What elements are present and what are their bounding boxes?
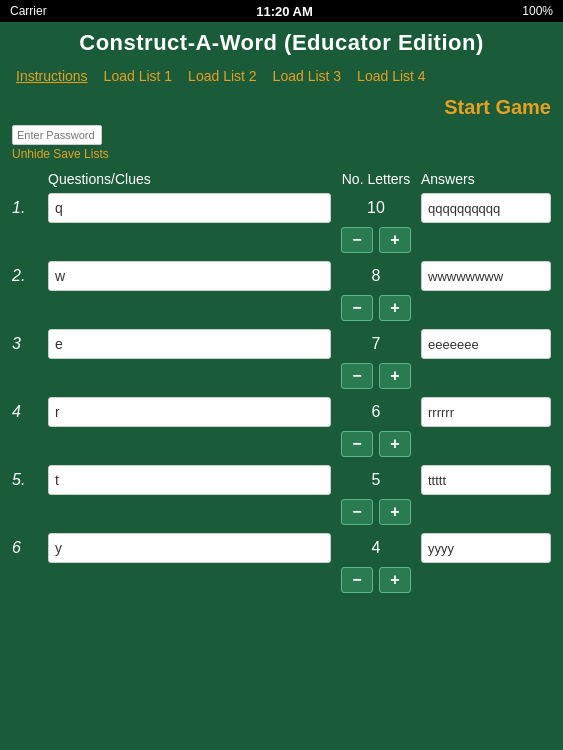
status-bar: Carrier 11:20 AM 100% (0, 0, 563, 22)
question-input-2[interactable] (48, 261, 331, 291)
plus-button-3[interactable]: + (379, 363, 411, 389)
plus-button-2[interactable]: + (379, 295, 411, 321)
nav-tab-load-list-3[interactable]: Load List 3 (265, 64, 350, 88)
minus-button-3[interactable]: − (341, 363, 373, 389)
letters-count-6: 4 (331, 539, 421, 557)
letters-count-3: 7 (331, 335, 421, 353)
question-input-4[interactable] (48, 397, 331, 427)
row-number-2: 2. (12, 267, 48, 285)
answer-input-3[interactable] (421, 329, 551, 359)
answer-input-2[interactable] (421, 261, 551, 291)
questions-header: Questions/Clues (48, 171, 331, 187)
question-row-5: 5.5 (12, 465, 551, 495)
letters-count-2: 8 (331, 267, 421, 285)
answer-input-6[interactable] (421, 533, 551, 563)
top-action-row: Start Game (0, 94, 563, 123)
minus-button-6[interactable]: − (341, 567, 373, 593)
carrier-label: Carrier (10, 4, 47, 18)
plus-button-1[interactable]: + (379, 227, 411, 253)
controls-row-3: −+ (12, 363, 551, 389)
letters-count-5: 5 (331, 471, 421, 489)
question-input-1[interactable] (48, 193, 331, 223)
nav-tab-load-list-4[interactable]: Load List 4 (349, 64, 434, 88)
letters-count-4: 6 (331, 403, 421, 421)
minus-button-5[interactable]: − (341, 499, 373, 525)
question-input-5[interactable] (48, 465, 331, 495)
minus-button-2[interactable]: − (341, 295, 373, 321)
start-game-button[interactable]: Start Game (444, 96, 551, 119)
controls-row-4: −+ (12, 431, 551, 457)
row-number-3: 3 (12, 335, 48, 353)
plus-button-6[interactable]: + (379, 567, 411, 593)
row-number-4: 4 (12, 403, 48, 421)
row-number-1: 1. (12, 199, 48, 217)
controls-row-2: −+ (12, 295, 551, 321)
minus-button-1[interactable]: − (341, 227, 373, 253)
answer-input-1[interactable] (421, 193, 551, 223)
question-row-2: 2.8 (12, 261, 551, 291)
controls-row-5: −+ (12, 499, 551, 525)
password-input[interactable] (12, 125, 102, 145)
answer-input-5[interactable] (421, 465, 551, 495)
password-row (0, 123, 563, 145)
app-title: Construct-A-Word (Educator Edition) (0, 22, 563, 62)
plus-button-4[interactable]: + (379, 431, 411, 457)
unhide-save-lists-link[interactable]: Unhide Save Lists (0, 145, 563, 167)
controls-row-1: −+ (12, 227, 551, 253)
plus-button-5[interactable]: + (379, 499, 411, 525)
question-row-1: 1.10 (12, 193, 551, 223)
question-section: 1.10−+2.8−+37−+46−+5.5−+64−+ (0, 193, 563, 593)
nav-tab-load-list-2[interactable]: Load List 2 (180, 64, 265, 88)
letters-count-1: 10 (331, 199, 421, 217)
minus-button-4[interactable]: − (341, 431, 373, 457)
question-input-6[interactable] (48, 533, 331, 563)
nav-tab-load-list-1[interactable]: Load List 1 (96, 64, 181, 88)
answers-header: Answers (421, 171, 551, 187)
answer-input-4[interactable] (421, 397, 551, 427)
row-number-5: 5. (12, 471, 48, 489)
question-input-3[interactable] (48, 329, 331, 359)
column-headers: Questions/Clues No. Letters Answers (0, 167, 563, 193)
battery-label: 100% (522, 4, 553, 18)
question-row-6: 64 (12, 533, 551, 563)
question-row-4: 46 (12, 397, 551, 427)
nav-tab-instructions[interactable]: Instructions (8, 64, 96, 88)
controls-row-6: −+ (12, 567, 551, 593)
row-number-6: 6 (12, 539, 48, 557)
question-row-3: 37 (12, 329, 551, 359)
nav-tabs: InstructionsLoad List 1Load List 2Load L… (0, 62, 563, 94)
letters-header: No. Letters (331, 171, 421, 187)
time-label: 11:20 AM (256, 4, 313, 19)
